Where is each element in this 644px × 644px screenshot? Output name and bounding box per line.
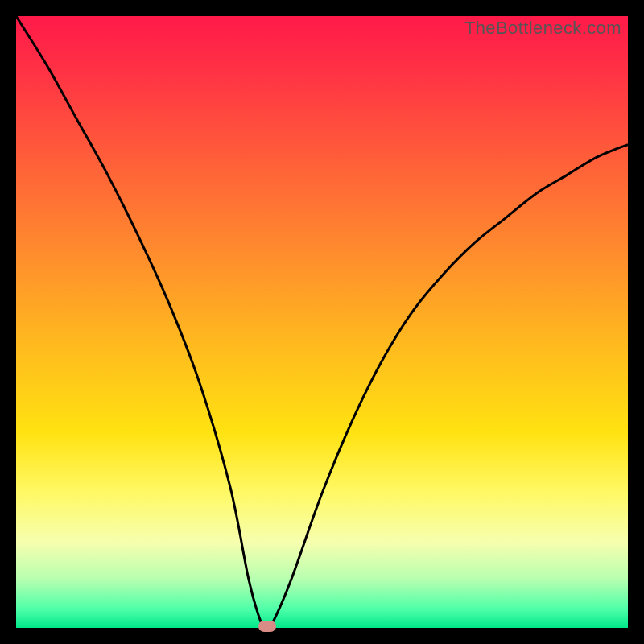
optimal-marker	[258, 621, 276, 632]
bottleneck-curve	[16, 16, 628, 628]
bottleneck-curve-path	[16, 16, 628, 628]
chart-frame: TheBottleneck.com	[16, 16, 628, 628]
